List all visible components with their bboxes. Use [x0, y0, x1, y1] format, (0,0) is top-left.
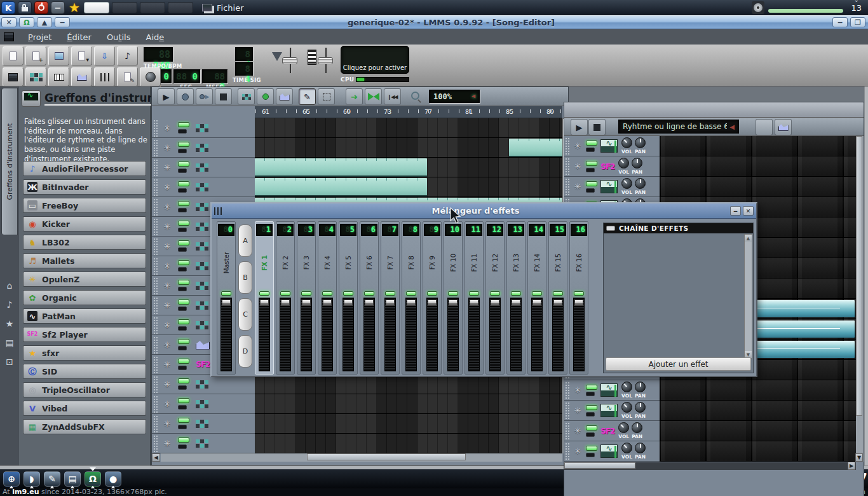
- pan-knob[interactable]: [632, 158, 642, 169]
- track-grip[interactable]: [153, 120, 159, 137]
- track-grip[interactable]: [153, 218, 159, 235]
- fader-cap[interactable]: [574, 300, 583, 306]
- track-gear-icon[interactable]: ✳: [572, 446, 583, 456]
- song-record-play-button[interactable]: ▶: [196, 88, 213, 105]
- fader-cap[interactable]: [491, 300, 499, 306]
- pan-knob[interactable]: [635, 402, 646, 413]
- track-grip[interactable]: [153, 179, 159, 196]
- fader-cap[interactable]: [512, 300, 520, 306]
- track-gear-icon[interactable]: ✳: [161, 281, 173, 291]
- plugin-item-sf2-player[interactable]: SF2Sf2 Player: [23, 327, 146, 342]
- zoom-level-display[interactable]: 100%◀: [429, 90, 480, 103]
- plugin-item-vibed[interactable]: VVibed: [23, 401, 146, 416]
- beat-cells[interactable]: [660, 136, 856, 156]
- fader-cap[interactable]: [428, 300, 437, 306]
- piano-roll-button[interactable]: [48, 67, 69, 86]
- sidebar-tab-instruments[interactable]: Greffons d'instrument: [1, 88, 18, 235]
- track-solo-led[interactable]: [178, 346, 187, 350]
- pattern-segment[interactable]: [509, 139, 562, 157]
- rewind-button[interactable]: ❙◀◀: [384, 88, 401, 105]
- top-clock[interactable]: 13: [847, 3, 865, 13]
- shade-button[interactable]: ▲: [37, 17, 52, 27]
- song-track-header[interactable]: ✳: [152, 375, 255, 394]
- track-mute-led[interactable]: [178, 437, 189, 443]
- loop-points-button[interactable]: [365, 88, 382, 105]
- chain-scroll-up-icon[interactable]: ▲: [745, 235, 752, 242]
- track-solo-led[interactable]: [586, 412, 595, 417]
- track-grip[interactable]: [565, 402, 570, 419]
- pan-knob[interactable]: [635, 382, 646, 392]
- plugin-item-sfxr[interactable]: ★sfxr: [23, 345, 146, 361]
- plugin-item-lb302[interactable]: ♞LB302: [23, 235, 146, 250]
- track-solo-led[interactable]: [586, 188, 595, 193]
- volume-knob[interactable]: [621, 382, 632, 392]
- bb-track-header[interactable]: ✳∿VOLPAN: [564, 380, 660, 401]
- project-notes-button[interactable]: ✎: [117, 67, 138, 86]
- track-mute-led[interactable]: [178, 319, 189, 324]
- track-solo-led[interactable]: [178, 149, 187, 153]
- mixer-channel-fx8[interactable]: 8FX 8: [402, 221, 421, 375]
- volume-knob[interactable]: [621, 402, 632, 413]
- plugin-item-organic[interactable]: ✿Organic: [23, 290, 146, 305]
- mixer-channel-fx1[interactable]: 1FX 1: [255, 221, 274, 375]
- favorites-star-icon[interactable]: ★: [67, 1, 81, 14]
- song-play-button[interactable]: ▶: [158, 88, 175, 105]
- fader-cap[interactable]: [302, 300, 311, 306]
- fader-cap[interactable]: [386, 300, 395, 306]
- track-solo-led[interactable]: [586, 453, 595, 457]
- bb-v-scroll-thumb[interactable]: [856, 136, 862, 416]
- bb-track-header[interactable]: ✳∿VOLPAN: [564, 136, 660, 156]
- track-mute-led[interactable]: [178, 221, 189, 226]
- track-solo-led[interactable]: [178, 385, 187, 390]
- volume-knob[interactable]: [621, 443, 632, 453]
- task-button[interactable]: [140, 2, 165, 13]
- track-gear-icon[interactable]: ✳: [161, 360, 173, 369]
- mixer-channel-fx5[interactable]: 5FX 5: [339, 221, 358, 375]
- track-mute-led[interactable]: [178, 240, 189, 245]
- song-scroll-left-arrow[interactable]: ◀: [152, 453, 160, 462]
- track-mute-led[interactable]: [586, 385, 597, 390]
- save-project-button[interactable]: [48, 46, 69, 65]
- track-mute-led[interactable]: [178, 181, 189, 186]
- pan-knob[interactable]: [635, 137, 646, 148]
- send-button-b[interactable]: B: [238, 261, 252, 294]
- bb-add-automation-track-button[interactable]: [775, 119, 792, 135]
- channel-fader[interactable]: [552, 298, 564, 371]
- song-track-content[interactable]: [255, 414, 562, 434]
- text-editor-icon[interactable]: ✎: [44, 471, 60, 486]
- track-grip[interactable]: [153, 198, 159, 216]
- track-grip[interactable]: [565, 158, 570, 175]
- fader-cap[interactable]: [222, 300, 231, 306]
- fader-cap[interactable]: [281, 300, 290, 306]
- channel-fader[interactable]: [426, 298, 438, 371]
- presets-tab-icon[interactable]: ★: [0, 315, 19, 332]
- track-mute-led[interactable]: [178, 359, 189, 364]
- bb-stop-button[interactable]: [588, 119, 606, 135]
- track-grip[interactable]: [153, 277, 159, 294]
- mixer-close-button[interactable]: ✕: [743, 206, 754, 216]
- samples-tab-icon[interactable]: ♪: [0, 296, 19, 313]
- open-project-button[interactable]: +: [25, 46, 46, 65]
- timesig-denominator-display[interactable]: 4: [235, 62, 253, 76]
- mixer-channel-fx12[interactable]: 12FX 12: [485, 221, 505, 375]
- mixer-channel-fx11[interactable]: 11FX 11: [465, 221, 484, 375]
- zoom-arrow-icon[interactable]: ◀: [471, 92, 475, 100]
- fader-cap[interactable]: [344, 300, 353, 306]
- send-button-d[interactable]: D: [238, 335, 252, 368]
- plugin-item-sid[interactable]: ⒸSID: [23, 364, 146, 379]
- song-track-header[interactable]: ✳: [152, 118, 255, 138]
- lock-screen-icon[interactable]: [18, 1, 32, 14]
- fader-cap[interactable]: [323, 300, 332, 306]
- plugin-item-freeboy[interactable]: ▭FreeBoy: [23, 198, 146, 213]
- channel-fader[interactable]: [489, 298, 501, 371]
- track-mute-led[interactable]: [178, 418, 189, 423]
- bb-track-header[interactable]: ✳∿VOLPAN: [564, 177, 660, 197]
- song-track-content[interactable]: [255, 138, 562, 158]
- plugin-item-opulenz[interactable]: ✳OpulenZ: [23, 272, 146, 287]
- fader-cap[interactable]: [407, 300, 416, 306]
- channel-fader[interactable]: [301, 298, 312, 371]
- channel-fader[interactable]: [259, 298, 270, 371]
- add-automation-track-button[interactable]: [276, 88, 293, 105]
- channel-fader[interactable]: [363, 298, 375, 371]
- song-track-header[interactable]: ✳: [152, 414, 255, 434]
